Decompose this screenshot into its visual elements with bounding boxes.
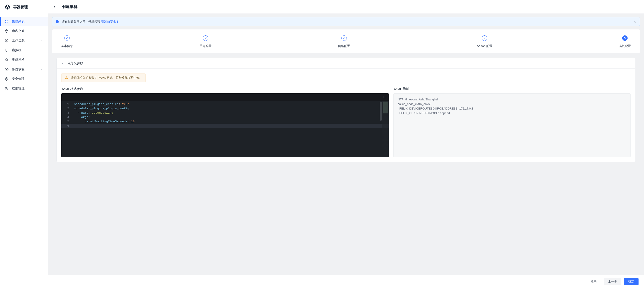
svg-rect-5 <box>5 49 8 51</box>
editor-toolbar <box>61 93 389 101</box>
check-icon <box>64 35 70 41</box>
close-icon[interactable] <box>633 20 636 23</box>
svg-point-7 <box>6 59 7 60</box>
sidebar-item-label: 备份恢复 <box>12 67 37 71</box>
example-title: YAML 示例 <box>393 87 630 91</box>
nav: 集群列表 命名空间 工作负载 虚拟机 <box>0 14 48 96</box>
chevron-down-icon <box>40 39 43 42</box>
sidebar-item-cluster-list[interactable]: 集群列表 <box>0 17 48 26</box>
back-arrow-icon[interactable] <box>53 5 58 9</box>
section-title: 自定义参数 <box>67 61 83 65</box>
info-icon <box>56 20 59 24</box>
expand-icon[interactable] <box>383 95 386 99</box>
page-title: 创建集群 <box>62 4 78 9</box>
sidebar-item-vm[interactable]: 虚拟机 <box>0 45 48 55</box>
custom-params-panel: 自定义参数 请确保输入的参数为 YAML 格式，否则设置将不生效。 YAML 格… <box>56 58 635 162</box>
sidebar-item-inspection[interactable]: 集群巡检 <box>0 55 48 65</box>
sidebar-item-label: 工作负载 <box>12 39 37 43</box>
step-advanced-config[interactable]: 5 高级配置 <box>619 35 631 48</box>
step-label: 高级配置 <box>619 44 631 48</box>
code-token: name <box>81 111 88 114</box>
code-token: permitWaitingTimeSeconds <box>85 120 128 123</box>
section-toggle[interactable]: 自定义参数 <box>57 58 635 69</box>
steps: 基本信息 节点配置 网络配置 <box>52 30 640 53</box>
sidebar-item-label: 集群巡检 <box>12 58 43 62</box>
sidebar-item-permission[interactable]: 权限管理 <box>0 84 48 93</box>
step-label: Addon 配置 <box>477 44 492 48</box>
page-header: 创建集群 <box>48 0 644 14</box>
user-key-icon <box>4 86 9 91</box>
cube-icon <box>4 29 9 33</box>
step-addon-config[interactable]: Addon 配置 <box>477 35 492 48</box>
content-scroller[interactable]: 请在创建集群之前，仔细阅读 安装前要求！ 基本信息 <box>48 14 644 288</box>
sidebar-item-backup[interactable]: 备份恢复 <box>0 65 48 74</box>
info-text-prefix: 请在创建集群之前，仔细阅读 <box>62 20 101 23</box>
warning-banner: 请确保输入的参数为 YAML 格式，否则设置将不生效。 <box>61 73 146 82</box>
sidebar-item-label: 命名空间 <box>12 29 43 33</box>
sidebar-item-label: 虚拟机 <box>12 48 43 52</box>
code-token: Coscheduling <box>92 111 113 114</box>
backup-icon <box>4 67 9 71</box>
code-token: scheduler_plugins_enabled <box>74 102 118 106</box>
brand: 容器管理 <box>0 0 48 14</box>
step-connector <box>350 38 477 38</box>
step-label: 网络配置 <box>338 44 350 48</box>
inspect-icon <box>4 58 9 62</box>
chevron-down-icon <box>40 68 43 71</box>
stack-icon <box>4 39 9 43</box>
step-network-config[interactable]: 网络配置 <box>338 35 350 48</box>
svg-point-10 <box>7 89 8 89</box>
sidebar-item-workload[interactable]: 工作负载 <box>0 36 48 45</box>
info-banner: 请在创建集群之前，仔细阅读 安装前要求！ <box>52 17 640 26</box>
step-label: 节点配置 <box>200 44 212 48</box>
sidebar-item-security[interactable]: 安全管理 <box>0 74 48 84</box>
cluster-icon <box>4 19 9 24</box>
check-icon <box>341 35 347 41</box>
svg-point-0 <box>6 21 7 22</box>
code-token: true <box>122 102 129 106</box>
editor-title: YAML 格式参数 <box>61 87 389 91</box>
info-link[interactable]: 安装前要求！ <box>101 20 119 23</box>
brand-logo-icon <box>4 4 10 10</box>
sidebar-item-label: 权限管理 <box>12 86 43 91</box>
yaml-editor[interactable]: 123456 scheduler_plugins_enabled: true s… <box>61 93 389 157</box>
svg-point-2 <box>8 20 8 21</box>
scrollbar-thumb[interactable] <box>380 102 382 121</box>
step-number: 5 <box>622 35 628 41</box>
check-icon <box>482 35 487 41</box>
sidebar: 容器管理 集群列表 命名空间 工作负载 <box>0 0 48 288</box>
svg-point-1 <box>5 20 6 21</box>
svg-point-8 <box>6 78 7 79</box>
warning-icon <box>65 76 68 80</box>
sidebar-item-namespace[interactable]: 命名空间 <box>0 26 48 36</box>
check-icon <box>203 35 208 41</box>
svg-point-6 <box>6 59 8 61</box>
step-basic-info[interactable]: 基本信息 <box>61 35 73 48</box>
warning-text: 请确保输入的参数为 YAML 格式，否则设置将不生效。 <box>71 76 142 80</box>
svg-point-9 <box>6 87 6 88</box>
code-token: args <box>81 115 88 119</box>
main: 创建集群 请在创建集群之前，仔细阅读 安装前要求！ <box>48 0 644 288</box>
sidebar-item-label: 集群列表 <box>12 19 43 24</box>
confirm-button[interactable]: 确定 <box>624 278 638 285</box>
code-content[interactable]: scheduler_plugins_enabled: true schedule… <box>61 101 389 129</box>
section-body: 请确保输入的参数为 YAML 格式，否则设置将不生效。 YAML 格式参数 <box>57 69 635 162</box>
step-connector <box>212 38 338 38</box>
step-connector <box>492 38 619 38</box>
brand-title: 容器管理 <box>13 5 28 10</box>
vm-icon <box>4 48 9 52</box>
code-token: 10 <box>131 120 135 123</box>
svg-point-4 <box>8 22 8 23</box>
step-connector <box>73 38 200 38</box>
step-label: 基本信息 <box>61 44 73 48</box>
shield-icon <box>4 77 9 81</box>
prev-button[interactable]: 上一步 <box>604 278 621 285</box>
info-text: 请在创建集群之前，仔细阅读 安装前要求！ <box>62 20 630 24</box>
code-token: scheduler_plugins_plugin_config <box>74 107 129 110</box>
cancel-button[interactable]: 取消 <box>586 278 601 285</box>
step-node-config[interactable]: 节点配置 <box>200 35 212 48</box>
footer: 取消 上一步 确定 <box>48 275 644 288</box>
line-gutter: 123456 <box>61 101 71 129</box>
chevron-down-icon <box>61 62 64 65</box>
minimap[interactable] <box>382 101 389 157</box>
